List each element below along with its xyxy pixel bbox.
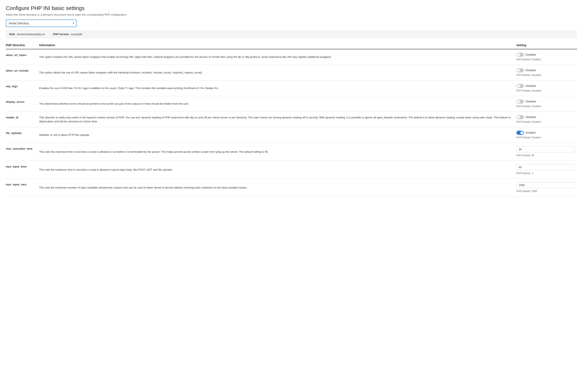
table-header-row: PHP Directive Information Setting — [6, 42, 577, 49]
toggle-row: Enabled — [516, 131, 575, 135]
toggle-slider — [516, 100, 524, 104]
version-value: ea-php56 — [71, 33, 82, 36]
toggle-state-label: Disabled — [525, 53, 536, 57]
toggle-row: Disabled — [516, 53, 575, 57]
number-input-max_input_time[interactable] — [516, 164, 575, 170]
toggle-label-wrapper[interactable] — [516, 131, 524, 135]
toggle-row: Disabled — [516, 100, 575, 104]
setting-cell: EnabledPHP Default: Enabled — [516, 127, 577, 143]
toggle-slider — [516, 131, 524, 135]
directive-cell: file_uploads — [6, 127, 39, 143]
setting-cell: PHP Default: 1000 — [516, 179, 577, 196]
directive-cell: asp_tags — [6, 80, 39, 96]
toggle-label-wrapper[interactable] — [516, 53, 524, 57]
toggle-row: Disabled — [516, 68, 575, 72]
table-row: allow_url_includeThis option allows the … — [6, 65, 577, 80]
directory-select[interactable]: Home Directory — [6, 20, 77, 27]
directive-cell: allow_url_fopen — [6, 49, 39, 65]
table-row: file_uploadsWhether or not to allow HTTP… — [6, 127, 577, 143]
information-cell: Enables the use of ASP-like <% %> tags i… — [39, 80, 516, 96]
directive-cell: enable_dl — [6, 112, 39, 127]
toggle-state-label: Disabled — [525, 115, 536, 119]
toggle-row: Disabled — [516, 84, 575, 88]
information-cell: Whether or not to allow HTTP file upload… — [39, 127, 516, 143]
table-row: display_errorsThis determines whether er… — [6, 96, 577, 112]
directive-cell: max_input_time — [6, 161, 39, 179]
table-row: asp_tagsEnables the use of ASP-like <% %… — [6, 80, 577, 96]
number-input-max_execution_time[interactable] — [516, 146, 575, 152]
php-default-text: PHP Default: Disabled — [516, 89, 575, 92]
toggle-slider — [516, 53, 524, 57]
directive-cell: display_errors — [6, 96, 39, 112]
directive-cell: max_input_vars — [6, 179, 39, 196]
information-cell: This option allows the use of URL-aware … — [39, 65, 516, 80]
page-subtitle: Select the home directory or a domain's … — [6, 13, 577, 16]
toggle-state-label: Disabled — [525, 68, 536, 72]
information-cell: This determines whether errors should be… — [39, 96, 516, 112]
col-information: Information — [39, 42, 516, 49]
information-cell: This sets the maximum time in seconds a … — [39, 143, 516, 161]
directive-cell: max_execution_time — [6, 143, 39, 161]
table-row: allow_url_fopenThis option enables the U… — [6, 49, 577, 65]
toggle-state-label: Disabled — [525, 84, 536, 88]
php-default-text: PHP Default: Enabled — [516, 58, 575, 62]
php-default-text: PHP Default: Enabled — [516, 120, 575, 124]
toggle-label-wrapper[interactable] — [516, 100, 524, 104]
toggle-state-label: Disabled — [525, 100, 536, 104]
toggle-state-label: Enabled — [525, 131, 535, 135]
table-row: max_input_timeThis sets the maximum time… — [6, 161, 577, 179]
toggle-label-wrapper[interactable] — [516, 84, 524, 88]
toggle-row: Disabled — [516, 115, 575, 119]
path-label: Path — [9, 33, 15, 36]
setting-cell: DisabledPHP Default: Enabled — [516, 112, 577, 127]
directory-select-wrapper: Home Directory — [6, 20, 77, 27]
number-input-max_input_vars[interactable] — [516, 182, 575, 188]
directives-table: PHP Directive Information Setting allow_… — [6, 42, 577, 196]
path-item: Path /home/zacheryh/php.ini — [9, 33, 45, 36]
path-bar: Path /home/zacheryh/php.ini PHP Version … — [6, 30, 577, 38]
setting-cell: PHP Default: 90 — [516, 143, 577, 161]
page-title: Configure PHP INI basic settings — [6, 5, 577, 12]
setting-cell: DisabledPHP Default: Disabled — [516, 80, 577, 96]
information-cell: This sets the maximum number of input va… — [39, 179, 516, 196]
setting-cell: DisabledPHP Default: Enabled — [516, 96, 577, 112]
php-default-text: PHP Default: Enabled — [516, 104, 575, 108]
information-cell: This sets the maximum time in seconds a … — [39, 161, 516, 179]
php-default-text: PHP Default: 90 — [516, 154, 575, 157]
table-row: max_execution_timeThis sets the maximum … — [6, 143, 577, 161]
toggle-label-wrapper[interactable] — [516, 68, 524, 72]
version-item: PHP Version ea-php56 — [53, 33, 82, 36]
php-default-text: PHP Default: Disabled — [516, 73, 575, 77]
table-row: enable_dlThis directive is really only u… — [6, 112, 577, 127]
col-directive: PHP Directive — [6, 42, 39, 49]
table-row: max_input_varsThis sets the maximum numb… — [6, 179, 577, 196]
directive-cell: allow_url_include — [6, 65, 39, 80]
php-default-text: PHP Default: 1000 — [516, 189, 575, 193]
version-label: PHP Version — [53, 33, 69, 36]
setting-cell: PHP Default: -1 — [516, 161, 577, 179]
toggle-slider — [516, 68, 524, 72]
php-default-text: PHP Default: -1 — [516, 172, 575, 175]
information-cell: This directive is really only useful in … — [39, 112, 516, 127]
path-value: /home/zacheryh/php.ini — [17, 33, 45, 36]
toggle-label-wrapper[interactable] — [516, 115, 524, 119]
toggle-slider — [516, 84, 524, 88]
col-setting: Setting — [516, 42, 577, 49]
setting-cell: DisabledPHP Default: Disabled — [516, 65, 577, 80]
information-cell: This option enables the URL-aware fopen … — [39, 49, 516, 65]
setting-cell: DisabledPHP Default: Enabled — [516, 49, 577, 65]
php-default-text: PHP Default: Enabled — [516, 136, 575, 140]
toggle-slider — [516, 115, 524, 119]
